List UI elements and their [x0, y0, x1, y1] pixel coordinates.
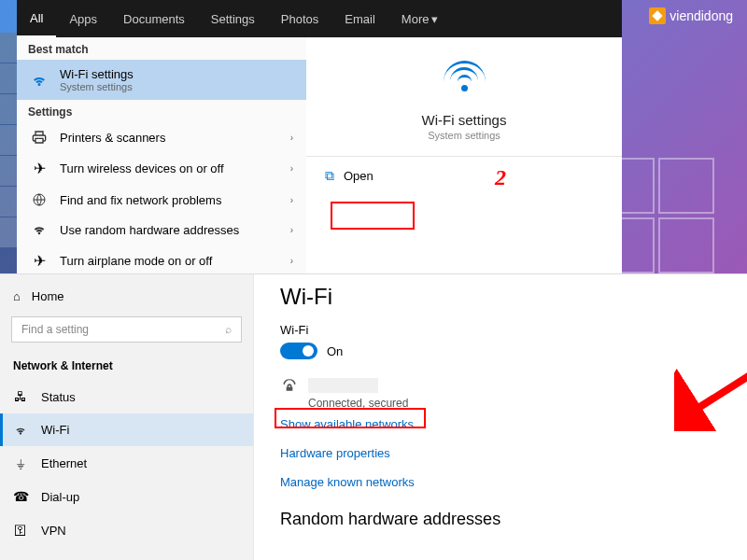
search-tab-bar: All Apps Documents Settings Photos Email…	[17, 0, 622, 37]
status-icon: 🖧	[13, 389, 28, 404]
tab-more[interactable]: More ▾	[388, 0, 452, 37]
chevron-right-icon: ›	[290, 133, 293, 143]
wifi-icon	[444, 61, 486, 103]
category-label: Network & Internet	[0, 356, 253, 380]
annotation-highlight-show	[275, 408, 426, 428]
random-hw-heading: Random hardware addresses	[280, 510, 721, 529]
svg-line-1	[688, 364, 747, 414]
airplane-icon: ✈	[30, 160, 49, 177]
chevron-right-icon: ›	[290, 163, 293, 174]
search-icon: ⌕	[225, 323, 232, 336]
wifi-toggle[interactable]	[280, 343, 317, 359]
result-wifi-settings[interactable]: Wi-Fi settings System settings	[17, 60, 306, 100]
annotation-number: 2	[495, 165, 506, 190]
dialup-icon: ☎	[13, 489, 28, 504]
globe-icon	[30, 192, 49, 207]
result-wireless-toggle[interactable]: ✈ Turn wireless devices on or off ›	[17, 152, 306, 185]
nav-dialup[interactable]: ☎ Dial-up	[0, 480, 253, 513]
airplane-icon: ✈	[30, 252, 49, 270]
detail-title: Wi-Fi settings	[422, 112, 507, 128]
result-subtitle: System settings	[60, 81, 293, 92]
chevron-right-icon: ›	[290, 195, 293, 205]
nav-ethernet[interactable]: ⏚ Ethernet	[0, 446, 253, 480]
nav-status[interactable]: 🖧 Status	[0, 380, 253, 413]
annotation-highlight-open	[331, 202, 415, 230]
open-icon: ⧉	[325, 168, 334, 184]
home-icon: ⌂	[13, 289, 21, 303]
tab-email[interactable]: Email	[331, 0, 388, 37]
manage-networks-link[interactable]: Manage known networks	[280, 475, 721, 489]
annotation-arrow	[674, 357, 747, 431]
result-printers[interactable]: Printers & scanners ›	[17, 122, 306, 152]
hardware-properties-link[interactable]: Hardware properties	[280, 446, 721, 460]
nav-vpn[interactable]: ⚿ VPN	[0, 513, 253, 547]
chevron-right-icon: ›	[290, 225, 293, 235]
secured-wifi-icon	[280, 376, 299, 395]
tab-settings[interactable]: Settings	[198, 0, 268, 37]
network-name	[308, 378, 378, 393]
home-button[interactable]: ⌂ Home	[0, 284, 253, 309]
toggle-state: On	[327, 344, 343, 358]
result-random-hw[interactable]: Use random hardware addresses ›	[17, 215, 306, 245]
best-match-label: Best match	[17, 37, 306, 60]
wifi-small-icon	[30, 222, 49, 237]
tab-photos[interactable]: Photos	[268, 0, 331, 37]
vpn-icon: ⚿	[13, 523, 28, 538]
ethernet-icon: ⏚	[13, 455, 28, 470]
result-airplane-mode[interactable]: ✈ Turn airplane mode on or off ›	[17, 245, 306, 277]
chevron-right-icon: ›	[290, 256, 293, 266]
result-network-troubleshoot[interactable]: Find and fix network problems ›	[17, 185, 306, 215]
detail-subtitle: System settings	[428, 130, 500, 141]
search-input[interactable]: Find a setting ⌕	[11, 316, 242, 343]
nav-wifi[interactable]: Wi-Fi	[0, 413, 253, 446]
page-title: Wi-Fi	[280, 284, 721, 310]
settings-section-label: Settings	[17, 100, 306, 122]
watermark-text: viendidong	[669, 8, 733, 23]
tab-all[interactable]: All	[17, 0, 56, 37]
watermark-logo: viendidong	[649, 7, 733, 24]
chevron-down-icon: ▾	[431, 12, 438, 26]
wifi-icon	[13, 424, 28, 437]
wifi-section-label: Wi-Fi	[280, 323, 721, 337]
wifi-icon	[30, 72, 49, 89]
result-title: Wi-Fi settings	[60, 67, 293, 81]
printer-icon	[30, 130, 49, 145]
tab-documents[interactable]: Documents	[110, 0, 198, 37]
tab-apps[interactable]: Apps	[56, 0, 110, 37]
open-button[interactable]: ⧉ Open	[306, 157, 622, 195]
